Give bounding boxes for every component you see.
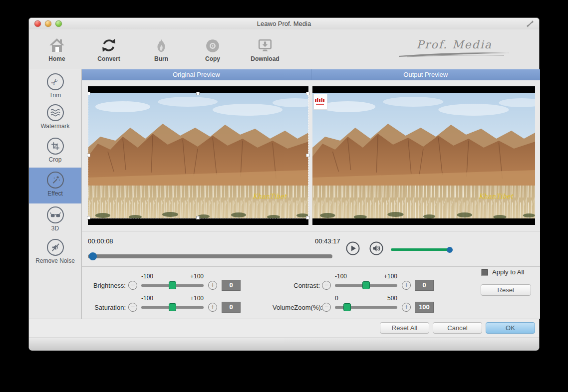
play-button[interactable] — [346, 241, 360, 255]
output-preview-video — [312, 93, 535, 218]
apply-to-all-option[interactable]: Apply to All — [481, 268, 524, 276]
contrast-increase-button[interactable]: + — [402, 281, 411, 290]
status-bar — [29, 338, 539, 351]
volume-zoom-slider-track[interactable] — [335, 306, 397, 309]
toolbar-item-copy[interactable]: Copy — [195, 34, 231, 62]
crop-handle-mid-right[interactable] — [306, 154, 309, 157]
cancel-button[interactable]: Cancel — [433, 322, 482, 334]
app-window: Leawo Prof. Media Home — [28, 17, 540, 350]
crop-handle-top-left[interactable] — [87, 92, 90, 95]
sidebar-item-3d[interactable]: 3D — [29, 206, 81, 236]
contrast-min-tick: -100 — [335, 273, 347, 280]
elapsed-time: 00:00:08 — [88, 237, 113, 245]
ok-button[interactable]: OK — [486, 322, 535, 334]
total-duration: 00:43:17 — [315, 237, 340, 245]
brightness-slider[interactable]: -100 +100 — [141, 279, 204, 291]
sidebar-item-crop[interactable]: Crop — [29, 138, 81, 168]
saturation-max-tick: +100 — [190, 295, 204, 302]
volume-button[interactable] — [369, 241, 383, 255]
image-watermark-thumbnail — [313, 94, 327, 110]
magic-wand-icon — [47, 172, 64, 189]
flame-icon — [143, 34, 179, 53]
brightness-label: Brightness: — [90, 282, 126, 289]
sidebar-item-label: Watermark — [29, 123, 81, 130]
brightness-increase-button[interactable]: + — [208, 281, 217, 290]
download-icon — [247, 34, 283, 53]
brightness-slider-track[interactable] — [141, 284, 204, 287]
3d-glasses-icon — [47, 206, 64, 223]
original-preview-frame — [88, 86, 308, 225]
window-title: Leawo Prof. Media — [29, 20, 539, 27]
effect-panel-content: Original Preview Output Preview — [82, 69, 540, 319]
reset-button[interactable]: Reset — [481, 284, 531, 296]
seek-bar[interactable] — [88, 254, 332, 258]
disc-icon — [195, 34, 231, 53]
toolbar-label: Burn — [143, 55, 179, 62]
volume-zoom-slider[interactable]: 0 500 — [335, 301, 397, 313]
saturation-slider[interactable]: -100 +100 — [141, 301, 204, 313]
sidebar-item-watermark[interactable]: Watermark — [29, 104, 81, 134]
contrast-value: 0 — [415, 280, 434, 291]
brightness-decrease-button[interactable]: − — [128, 281, 137, 290]
sidebar-item-label: Trim — [29, 92, 81, 99]
seek-thumb[interactable] — [89, 252, 97, 260]
contrast-max-tick: +100 — [384, 273, 397, 280]
apply-to-all-checkbox[interactable] — [481, 269, 488, 276]
saturation-min-tick: -100 — [141, 295, 153, 302]
volume-slider-thumb[interactable] — [447, 247, 453, 253]
scissors-icon: ✂ — [47, 73, 64, 90]
volume-zoom-min-tick: 0 — [335, 295, 338, 302]
volume-zoom-slider-thumb[interactable] — [343, 303, 351, 311]
crop-handle-top-right[interactable] — [306, 92, 309, 95]
title-bar: Leawo Prof. Media — [29, 18, 539, 29]
crop-handle-mid-left[interactable] — [87, 154, 90, 157]
volume-zoom-increase-button[interactable]: + — [402, 303, 411, 312]
brightness-slider-thumb[interactable] — [169, 281, 176, 289]
main-toolbar: Home Convert Burn — [29, 29, 539, 69]
fullscreen-resize-icon[interactable] — [526, 20, 534, 28]
volume-zoom-decrease-button[interactable]: − — [322, 303, 331, 312]
contrast-decrease-button[interactable]: − — [322, 281, 331, 290]
volume-zoom-row: VolumeZoom(%): − 0 500 + 100 — [273, 301, 434, 313]
contrast-label: Contrast: — [273, 282, 320, 289]
contrast-slider-track[interactable] — [335, 284, 397, 287]
preview-header: Original Preview Output Preview — [82, 69, 540, 80]
saturation-slider-track[interactable] — [141, 306, 204, 309]
volume-zoom-value: 100 — [415, 302, 434, 313]
apply-to-all-label: Apply to All — [492, 268, 524, 276]
crop-handle-bottom-center[interactable] — [196, 216, 200, 219]
output-preview-title: Output Preview — [311, 69, 541, 80]
volume-zoom-label: VolumeZoom(%): — [273, 304, 320, 311]
toolbar-item-convert[interactable]: Convert — [91, 34, 127, 62]
play-icon — [346, 241, 360, 255]
sidebar-item-trim[interactable]: ✂ Trim — [29, 73, 81, 103]
toolbar-item-home[interactable]: Home — [39, 34, 75, 62]
crop-handle-bottom-left[interactable] — [87, 216, 90, 219]
waves-icon — [47, 104, 64, 121]
home-icon — [39, 34, 75, 53]
sidebar-item-effect[interactable]: Effect — [29, 168, 81, 203]
reset-all-button[interactable]: Reset All — [380, 322, 429, 334]
sidebar-item-label: Effect — [29, 190, 81, 197]
crop-handle-top-center[interactable] — [196, 92, 200, 95]
crop-selection-overlay[interactable] — [88, 93, 308, 218]
saturation-increase-button[interactable]: + — [208, 303, 217, 312]
output-preview-frame — [312, 86, 535, 225]
brand-logo-text: Prof. Media — [416, 38, 492, 51]
sidebar-item-remove-noise[interactable]: Remove Noise — [29, 239, 81, 269]
saturation-value: 0 — [222, 302, 241, 313]
toolbar-label: Download — [247, 55, 283, 62]
volume-slider[interactable] — [391, 248, 451, 251]
crop-handle-bottom-right[interactable] — [306, 216, 309, 219]
brightness-value: 0 — [222, 280, 241, 291]
toolbar-item-burn[interactable]: Burn — [143, 34, 179, 62]
saturation-decrease-button[interactable]: − — [128, 303, 137, 312]
toolbar-item-download[interactable]: Download — [247, 34, 283, 62]
editor-sidebar: ✂ Trim Watermark Crop — [29, 69, 82, 319]
contrast-slider[interactable]: -100 +100 — [335, 279, 397, 291]
speaker-icon — [369, 241, 383, 255]
contrast-row: Contrast: − -100 +100 + 0 — [273, 279, 434, 291]
crop-icon — [47, 138, 64, 155]
saturation-slider-thumb[interactable] — [169, 303, 176, 311]
contrast-slider-thumb[interactable] — [362, 281, 370, 289]
